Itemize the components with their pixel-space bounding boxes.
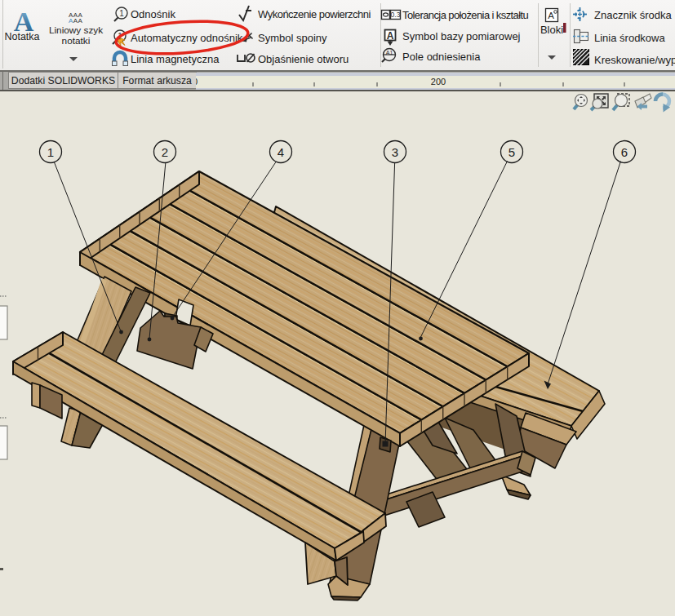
svg-text:Kreskowanie/wypełnienie: Kreskowanie/wypełnienie [594, 54, 675, 66]
svg-text:Znacznik środka: Znacznik środka [594, 9, 672, 21]
svg-text:Pole odniesienia: Pole odniesienia [402, 51, 481, 63]
svg-text:0: 0 [196, 77, 198, 86]
svg-text:4: 4 [278, 145, 284, 159]
svg-text:Wykończenie powierzchni: Wykończenie powierzchni [258, 8, 371, 20]
svg-text:A: A [548, 11, 554, 20]
svg-text:2: 2 [162, 145, 168, 159]
svg-text:Symbol bazy pomiarowej: Symbol bazy pomiarowej [402, 30, 521, 42]
svg-text:5: 5 [508, 145, 515, 159]
svg-text:6: 6 [621, 145, 628, 159]
svg-text:AAA: AAA [69, 17, 82, 24]
svg-text:1: 1 [47, 145, 54, 159]
svg-text:200: 200 [431, 77, 446, 86]
svg-text:Tolerancja położenia i kształt: Tolerancja położenia i kształtu [402, 9, 528, 21]
svg-text:notatki: notatki [62, 35, 91, 47]
svg-text:A1: A1 [386, 50, 393, 55]
svg-text:Automatyczny odnośnik: Automatyczny odnośnik [131, 32, 243, 44]
svg-text:0.3: 0.3 [391, 11, 401, 19]
svg-text:Objaśnienie otworu: Objaśnienie otworu [258, 53, 349, 65]
svg-text:3: 3 [392, 145, 398, 159]
svg-text:Linia środkowa: Linia środkowa [594, 32, 665, 44]
svg-text:Bloki: Bloki [540, 24, 563, 36]
svg-text:A: A [387, 30, 394, 42]
svg-text:Odnośnik: Odnośnik [131, 8, 175, 20]
svg-text:Notatka: Notatka [4, 31, 39, 42]
svg-text:1: 1 [119, 9, 124, 18]
svg-text:Symbol spoiny: Symbol spoiny [258, 32, 327, 44]
